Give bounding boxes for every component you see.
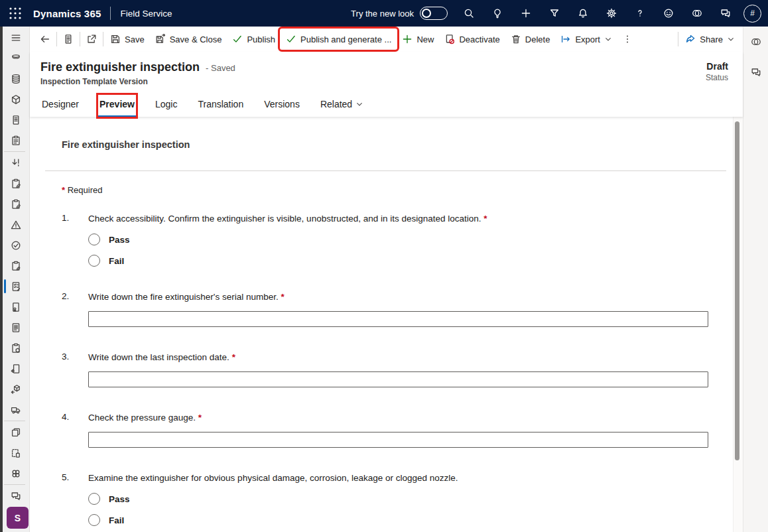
question-4-input[interactable] — [88, 432, 708, 448]
new-button[interactable]: New — [397, 29, 439, 49]
question-2-input[interactable] — [88, 311, 708, 327]
app-area-name[interactable]: Field Service — [120, 9, 172, 19]
sidebar-item-returns[interactable] — [3, 358, 29, 379]
save-button[interactable]: Save — [105, 29, 150, 49]
copilot-icon — [692, 8, 702, 19]
settings-gear-icon[interactable] — [597, 0, 625, 27]
site-map-sidebar: S — [0, 27, 30, 532]
sidebar-item-certificates[interactable] — [3, 297, 29, 317]
radio-button[interactable] — [88, 233, 100, 245]
sidebar-item-assets[interactable] — [3, 338, 29, 358]
sidebar-menu-toggle[interactable] — [3, 28, 29, 48]
tab-designer[interactable]: Designer — [40, 95, 80, 117]
back-button[interactable] — [35, 29, 55, 49]
status-value: Draft — [706, 61, 728, 72]
sidebar-item-reports[interactable] — [3, 317, 29, 338]
feedback-smiley-icon[interactable] — [654, 0, 682, 27]
record-header: Fire extinguisher inspection - Saved Ins… — [30, 52, 743, 117]
docpage-icon — [63, 34, 74, 44]
tab-label: Related — [320, 99, 352, 109]
sidebar-item-task-types[interactable] — [3, 194, 29, 214]
search-icon[interactable] — [454, 0, 483, 27]
save-and-close-button[interactable]: Save & Close — [150, 29, 227, 49]
question-3-input[interactable] — [88, 371, 708, 387]
tab-translation[interactable]: Translation — [196, 95, 245, 117]
docchecklist-icon — [11, 281, 21, 292]
cube-icon — [11, 94, 21, 105]
teams-chat-icon[interactable] — [711, 0, 739, 27]
question-1-option-fail[interactable]: Fail — [88, 255, 708, 267]
sidebar-item-bookings[interactable] — [3, 153, 29, 173]
required-note: * Required — [62, 185, 708, 195]
sidebar-item-chat[interactable] — [3, 486, 29, 506]
database-icon — [11, 74, 21, 84]
copilot-icon[interactable] — [682, 0, 711, 27]
copilot-icon[interactable] — [746, 32, 766, 52]
publish-and-generate-button[interactable]: Publish and generate ... — [281, 29, 397, 49]
waffle-icon[interactable] — [8, 6, 23, 21]
sidebar-item-documents[interactable] — [3, 109, 29, 130]
try-new-look-label: Try the new look — [351, 9, 414, 19]
new-look-toggle[interactable] — [420, 7, 448, 20]
trash-icon — [511, 34, 521, 44]
sidebar-item-incident-types[interactable] — [3, 214, 29, 235]
more-commands-button[interactable] — [617, 29, 637, 49]
question-5-option-fail[interactable]: Fail — [88, 514, 708, 526]
quick-create-icon[interactable] — [511, 0, 540, 27]
sidebar-item-rma[interactable] — [3, 379, 29, 399]
sidebar-item-fleet[interactable] — [3, 399, 29, 420]
sidebar-item-resolutions[interactable] — [3, 235, 29, 255]
question-5-option-pass[interactable]: Pass — [88, 493, 708, 505]
delete-button[interactable]: Delete — [505, 29, 556, 49]
clipcube-icon — [11, 343, 21, 354]
publish-button[interactable]: Publish — [227, 29, 281, 49]
radio-button[interactable] — [88, 493, 100, 505]
question-text: Write down the last inspection date. * — [88, 352, 708, 363]
vertical-scrollbar-thumb[interactable] — [735, 121, 739, 460]
tab-preview[interactable]: Preview — [98, 95, 136, 117]
tab-logic[interactable]: Logic — [154, 95, 178, 117]
sidebar-item-inspection-templates[interactable] — [3, 276, 29, 297]
sidebar-item-inspections[interactable] — [3, 255, 29, 276]
notifications-icon[interactable] — [568, 0, 597, 27]
sidebar-item-connections[interactable] — [3, 463, 29, 484]
lightbulb-icon[interactable] — [483, 0, 511, 27]
question-number: 3. — [62, 352, 88, 387]
deactivate-button[interactable]: Deactivate — [439, 29, 505, 49]
popout-button[interactable] — [82, 29, 101, 49]
deactivate-button-label: Deactivate — [459, 34, 499, 44]
help-icon[interactable] — [625, 0, 654, 27]
question-1: 1.Check accessibility. Confirm the extin… — [62, 213, 708, 267]
doccert-icon — [11, 302, 21, 312]
filter-icon[interactable] — [540, 0, 568, 27]
form-tabs: DesignerPreviewLogicTranslationVersionsR… — [40, 95, 730, 117]
export-button[interactable]: Export — [555, 29, 617, 49]
sidebar-item-work-orders[interactable] — [3, 130, 29, 151]
user-avatar[interactable]: # — [743, 5, 761, 23]
question-1-option-pass[interactable]: Pass — [88, 233, 708, 245]
question-list: 1.Check accessibility. Confirm the extin… — [62, 213, 708, 526]
tab-related[interactable]: Related — [319, 95, 365, 117]
comments-icon[interactable] — [746, 62, 766, 82]
sidebar-item-service-tasks[interactable] — [3, 173, 29, 194]
separator — [678, 32, 678, 46]
sidebar-item-copy[interactable] — [3, 422, 29, 442]
sidebar-item-data[interactable] — [3, 68, 29, 89]
share-button[interactable]: Share — [680, 29, 740, 49]
radio-button[interactable] — [88, 255, 100, 267]
sidebar-item-products[interactable] — [3, 89, 29, 109]
sidebar-item-drafts[interactable] — [3, 442, 29, 463]
radio-button[interactable] — [88, 514, 100, 526]
entity-type-label: Inspection Template Version — [40, 77, 730, 86]
importexcl-icon — [11, 158, 21, 168]
tab-versions[interactable]: Versions — [263, 95, 301, 117]
environment-badge[interactable]: S — [7, 507, 29, 529]
form-summary-button[interactable] — [58, 29, 78, 49]
question-2: 2.Write down the fire extinguisher's ser… — [62, 291, 708, 327]
app-title[interactable]: Dynamics 365 — [33, 8, 101, 19]
separator — [103, 32, 103, 46]
saved-indicator: - Saved — [206, 63, 235, 73]
help-icon — [635, 8, 645, 19]
question-number: 1. — [62, 213, 88, 267]
sidebar-item-entities-partial[interactable] — [3, 48, 29, 68]
